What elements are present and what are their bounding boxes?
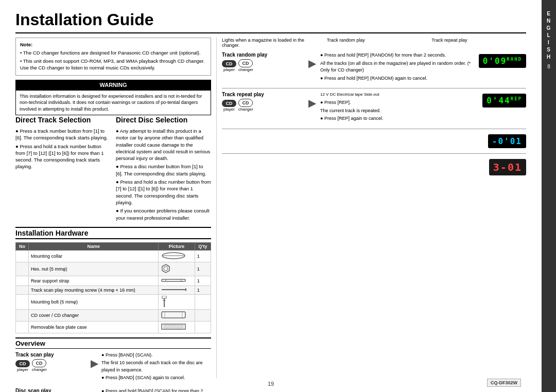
scan-display-section: -0'01 [222, 132, 526, 148]
overview-title: Overview [15, 337, 211, 349]
hw-col-qty: Q'ty [195, 242, 211, 250]
nut-icon [161, 263, 171, 274]
hw-qty-strap: 1 [195, 276, 211, 286]
main-content: Installation Guide Note: • The CD change… [0, 0, 542, 392]
note-title: Note: [20, 41, 206, 48]
disc-scan-display-section: 3-01 [222, 157, 526, 175]
lights-text-3: Track repeat play [431, 38, 526, 48]
random-play-bullets: Press and hold [REP] (RANDOM) for more t… [320, 52, 475, 83]
disc-scan-play-title: Disc scan play [15, 388, 88, 392]
svg-rect-16 [164, 325, 183, 328]
random-play-title: Track random play [222, 52, 304, 58]
direct-disc-bullet-4: If you encounter problems please consult… [116, 207, 211, 221]
repeat-arrow-icon: ▶ [308, 97, 316, 109]
disc-scan-play-feature: Disc scan play CD changer ▶ Press and ho… [15, 388, 211, 392]
track-scan-play-title: Track scan play [15, 352, 88, 358]
repeat-extra: 12 V DC Electrical tape Side-out [320, 92, 478, 98]
hw-name-screw: Track scan play mounting screw (4 mmφ × … [29, 286, 159, 294]
random-arrow-icon: ▶ [308, 57, 316, 69]
hw-row-bolt: Mounting bolt (5 mmφ) [16, 294, 211, 309]
direct-disc-bullet-1: Any attempt to install this product in a… [116, 128, 211, 162]
lights-text-1: Lights when a magazine is loaded in the … [222, 38, 317, 48]
warning-box: WARNING This installation information is… [15, 80, 211, 115]
repeat-play-labels: CD player CD changer [222, 99, 304, 112]
random-bullet-2: All the tracks (on all discs in the maga… [320, 60, 475, 74]
direct-disc-title: Direct Disc Selection [116, 115, 211, 126]
svg-rect-4 [162, 279, 185, 281]
direct-disc-bullet-3: Press and hold a disc number button from… [116, 179, 211, 206]
repeat-display-suffix: REP [511, 96, 522, 101]
scan-bullet-2: The first 10 seconds of each track on th… [101, 360, 211, 373]
direct-track-bullet-2: Press and hold a track number button fro… [15, 143, 111, 170]
hw-name-cover: CD cover / CD changer [29, 309, 159, 321]
hw-row-faceplate: Removable face plate case [16, 321, 211, 333]
track-repeat-play-section: Track repeat play CD player CD changer [222, 92, 526, 123]
tab-letter-i: I [548, 39, 550, 46]
note-box: Note: • The CD changer functions are des… [15, 38, 211, 76]
scan-cd-badge-player: CD player [15, 360, 30, 372]
model-number: CQ-DF302W [487, 379, 521, 387]
left-column: Note: • The CD changer functions are des… [15, 38, 216, 378]
hw-row-collar: Mounting collar 1 [16, 250, 211, 262]
svg-point-3 [164, 266, 168, 271]
disc-scan-display: 3-01 [489, 159, 526, 175]
lights-text-2: Track random play [327, 38, 422, 48]
svg-marker-8 [185, 288, 186, 291]
tab-letter-l: L [547, 32, 550, 39]
hw-col-picture: Picture [159, 242, 195, 250]
divider-2 [222, 129, 526, 129]
install-hw-title: Installation Hardware [15, 227, 211, 239]
repeat-bullet-2: The current track is repeated. [320, 108, 478, 115]
note-line-2: • This unit does not support CD-ROM, MP3… [20, 58, 206, 72]
random-display-value: 0'09 [483, 56, 507, 66]
hw-name-faceplate: Removable face plate case [29, 321, 159, 333]
repeat-play-bullets: 12 V DC Electrical tape Side-out Press [… [320, 92, 478, 123]
feature-left-disc-scan: Disc scan play CD changer [15, 388, 88, 392]
direct-disc-bullet-2: Press a disc number button from [1] to [… [116, 163, 211, 177]
random-display: 0'09RAND [479, 52, 526, 68]
direct-track-title: Direct Track Selection [15, 115, 111, 126]
screw-icon [161, 287, 186, 292]
hw-name-strap: Rear support strap [29, 276, 159, 286]
tab-letter-n: N [547, 17, 551, 25]
overview-section: Overview Track scan play CD player [15, 337, 211, 392]
right-tab: E N G L I S H 8 [542, 0, 556, 392]
track-random-play-section: Track random play CD player CD changer [222, 52, 526, 83]
tab-number: 8 [547, 64, 550, 69]
direct-disc-col: Direct Disc Selection Any attempt to ins… [116, 115, 211, 222]
hw-row-screw: Track scan play mounting screw (4 mmφ × … [16, 286, 211, 294]
disc-scan-bullet-1: Press and hold [BAND] (SCAN) for more th… [101, 388, 211, 392]
feature-right-disc-scan: Press and hold [BAND] (SCAN) for more th… [101, 388, 211, 392]
cover-icon [161, 311, 186, 319]
random-bullet-3: Press and hold [REP] (RANDOM) again to c… [320, 75, 475, 82]
hw-col-name: Name [29, 242, 159, 250]
tab-letter-e: E [547, 10, 551, 17]
hw-qty-screw: 1 [195, 286, 211, 294]
track-scan-labels: CD player CD changer [15, 359, 88, 372]
note-line-1: • The CD changer functions are designed … [20, 49, 206, 56]
hw-row-nut: Hex. nut (5 mmφ) 1 [16, 262, 211, 276]
warning-title: WARNING [16, 80, 211, 90]
hw-qty-collar: 1 [195, 250, 211, 262]
svg-rect-9 [162, 296, 166, 298]
warning-text: This installation information is designe… [20, 93, 207, 113]
tab-letter-g: G [547, 25, 551, 32]
hw-row-cover: CD cover / CD changer [16, 309, 211, 321]
random-bullet-1: Press and hold [REP] (RANDOM) for more t… [320, 52, 475, 59]
svg-rect-12 [162, 312, 185, 318]
bolt-icon [161, 296, 168, 307]
lights-info: Lights when a magazine is loaded in the … [222, 38, 526, 48]
svg-marker-2 [162, 264, 169, 273]
direct-track-col: Direct Track Selection Press a track num… [15, 115, 111, 222]
direct-track-bullet-1: Press a track number button from [1] to … [15, 128, 111, 141]
random-display-suffix: RAND [507, 57, 522, 62]
hw-name-nut: Hex. nut (5 mmφ) [29, 262, 159, 276]
track-scan-play-feature: Track scan play CD player CD changer [15, 352, 211, 383]
strap-icon [161, 277, 186, 283]
random-play-labels: CD player CD changer [222, 59, 304, 72]
page-title: Installation Guide [15, 10, 526, 33]
scan-bullet-3: Press [BAND] (SCAN) again to cancel. [101, 375, 211, 382]
repeat-play-left: Track repeat play CD player CD changer [222, 92, 304, 112]
collar-icon [161, 252, 186, 260]
tab-letter-h: H [547, 54, 551, 61]
